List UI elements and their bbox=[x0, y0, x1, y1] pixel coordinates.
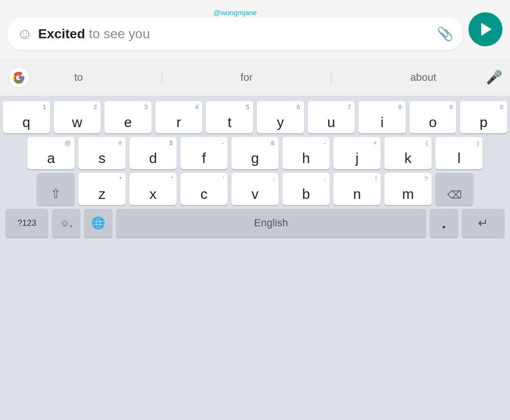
message-input-box[interactable]: ☺ Excited to see you 📎 bbox=[8, 17, 463, 50]
suggestion-bar: G to for about 🎤 bbox=[0, 59, 510, 96]
suggestion-about[interactable]: about bbox=[401, 71, 446, 84]
key-e[interactable]: 3e bbox=[104, 101, 152, 133]
divider-1 bbox=[162, 70, 162, 85]
keyboard: 1q 2w 3e 4r 5t 6y 7u 8i 9o 0p @a #s $d -… bbox=[0, 96, 510, 420]
key-row-3: ⇧ *z "x 'c :v ;b !n ?m ⌫ bbox=[3, 173, 507, 205]
key-v[interactable]: :v bbox=[231, 173, 279, 205]
key-u[interactable]: 7u bbox=[308, 101, 355, 133]
key-q[interactable]: 1q bbox=[3, 101, 50, 133]
divider-2 bbox=[331, 70, 332, 85]
key-enter[interactable]: ↵ bbox=[462, 209, 504, 237]
input-bar: @wongmjane ☺ Excited to see you 📎 bbox=[0, 0, 510, 59]
key-i[interactable]: 8i bbox=[358, 101, 406, 133]
key-period[interactable]: . bbox=[430, 209, 458, 237]
key-l[interactable]: )l bbox=[435, 137, 483, 169]
key-m[interactable]: ?m bbox=[384, 173, 432, 205]
suggestions-container: to for about bbox=[30, 70, 480, 85]
emoji-bottom-icon: ☺ bbox=[60, 218, 69, 229]
emoji-icon[interactable]: ☺ bbox=[17, 25, 33, 43]
key-h[interactable]: -h bbox=[282, 137, 330, 169]
send-arrow-icon bbox=[481, 23, 492, 36]
key-c[interactable]: 'c bbox=[180, 173, 228, 205]
key-shift[interactable]: ⇧ bbox=[37, 173, 75, 205]
key-backspace[interactable]: ⌫ bbox=[435, 173, 473, 205]
key-f[interactable]: -f bbox=[180, 137, 228, 169]
key-g[interactable]: &g bbox=[231, 137, 279, 169]
username-label: @wongmjane bbox=[213, 9, 257, 17]
svg-text:G: G bbox=[14, 72, 22, 84]
mic-icon[interactable]: 🎤 bbox=[486, 69, 502, 85]
key-n[interactable]: !n bbox=[333, 173, 381, 205]
input-text: Excited to see you bbox=[38, 26, 431, 42]
key-o[interactable]: 9o bbox=[409, 101, 457, 133]
globe-icon: 🌐 bbox=[91, 216, 105, 230]
send-button[interactable] bbox=[468, 12, 502, 46]
key-y[interactable]: 6y bbox=[257, 101, 304, 133]
key-s[interactable]: #s bbox=[78, 137, 126, 169]
key-emoji[interactable]: ☺ , bbox=[52, 209, 80, 237]
key-j[interactable]: +j bbox=[333, 137, 381, 169]
key-z[interactable]: *z bbox=[78, 173, 126, 205]
key-globe[interactable]: 🌐 bbox=[84, 209, 112, 237]
key-a[interactable]: @a bbox=[27, 137, 75, 169]
input-bold: Excited bbox=[38, 26, 85, 42]
key-x[interactable]: "x bbox=[129, 173, 177, 205]
key-b[interactable]: ;b bbox=[282, 173, 330, 205]
suggestion-to[interactable]: to bbox=[65, 71, 92, 84]
key-p[interactable]: 0p bbox=[460, 101, 507, 133]
google-logo: G bbox=[8, 66, 30, 89]
key-d[interactable]: $d bbox=[129, 137, 177, 169]
input-normal: to see you bbox=[89, 26, 150, 42]
key-w[interactable]: 2w bbox=[54, 101, 101, 133]
key-row-bottom: ?123 ☺ , 🌐 English . ↵ bbox=[3, 209, 507, 240]
key-r[interactable]: 4r bbox=[155, 101, 203, 133]
key-row-1: 1q 2w 3e 4r 5t 6y 7u 8i 9o 0p bbox=[3, 101, 507, 133]
attachment-icon[interactable]: 📎 bbox=[437, 26, 453, 42]
suggestion-for[interactable]: for bbox=[231, 71, 262, 84]
enter-icon: ↵ bbox=[478, 216, 488, 231]
key-row-2: @a #s $d -f &g -h +j (k )l bbox=[3, 137, 507, 169]
key-num-sym[interactable]: ?123 bbox=[6, 209, 48, 237]
key-t[interactable]: 5t bbox=[206, 101, 253, 133]
shift-icon: ⇧ bbox=[51, 187, 61, 201]
backspace-icon: ⌫ bbox=[447, 189, 462, 201]
key-english[interactable]: English bbox=[116, 209, 426, 237]
comma-label: , bbox=[69, 218, 72, 229]
key-k[interactable]: (k bbox=[384, 137, 432, 169]
